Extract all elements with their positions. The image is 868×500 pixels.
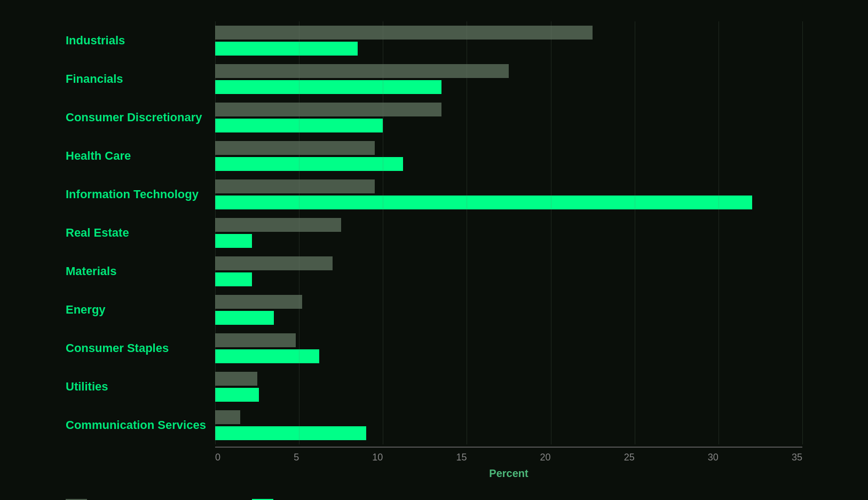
x-tick: 35: [792, 452, 802, 463]
bar-group: [215, 137, 802, 175]
labels-column: IndustrialsFinancialsConsumer Discretion…: [66, 21, 215, 444]
bar-group: [215, 329, 802, 368]
midcap-bar: [215, 372, 257, 386]
bar-group: [215, 406, 802, 444]
sp500-bar: [215, 272, 252, 286]
category-label: Communication Services: [66, 406, 215, 444]
x-tick: 10: [372, 452, 383, 463]
x-axis-label: Percent: [215, 467, 802, 480]
midcap-bar: [215, 256, 333, 270]
category-label: Information Technology: [66, 175, 215, 214]
sp500-bar: [215, 157, 403, 171]
category-label: Materials: [66, 252, 215, 291]
x-tick: 25: [624, 452, 635, 463]
x-tick: 5: [294, 452, 299, 463]
sp500-bar: [215, 42, 358, 56]
midcap-bar: [215, 410, 240, 424]
sp500-bar: [215, 311, 274, 325]
midcap-bar: [215, 141, 375, 155]
bar-group: [215, 98, 802, 137]
x-tick: 0: [215, 452, 220, 463]
category-label: Consumer Staples: [66, 329, 215, 368]
bar-group: [215, 214, 802, 252]
midcap-bar: [215, 26, 593, 40]
category-label: Utilities: [66, 368, 215, 406]
midcap-bar: [215, 64, 509, 78]
category-label: Industrials: [66, 21, 215, 60]
midcap-bar: [215, 295, 302, 309]
chart-area: IndustrialsFinancialsConsumer Discretion…: [66, 21, 802, 444]
bar-group: [215, 252, 802, 291]
category-label: Financials: [66, 60, 215, 98]
sp500-bar: [215, 234, 252, 248]
midcap-bar: [215, 333, 296, 347]
bar-group: [215, 368, 802, 406]
x-axis-ticks: 05101520253035: [215, 448, 802, 463]
category-label: Consumer Discretionary: [66, 98, 215, 137]
x-tick: 20: [540, 452, 551, 463]
sp500-bar: [215, 196, 752, 209]
category-label: Health Care: [66, 137, 215, 175]
midcap-bar: [215, 103, 441, 116]
sp500-bar: [215, 388, 259, 402]
bar-group: [215, 60, 802, 98]
sp500-bar: [215, 349, 319, 363]
x-tick: 30: [708, 452, 719, 463]
sp500-bar: [215, 80, 441, 94]
midcap-bar: [215, 218, 341, 232]
bar-group: [215, 21, 802, 60]
category-label: Energy: [66, 291, 215, 329]
sp500-bar: [215, 426, 366, 440]
x-axis: 05101520253035: [215, 447, 802, 463]
x-tick: 15: [456, 452, 467, 463]
category-label: Real Estate: [66, 214, 215, 252]
midcap-bar: [215, 179, 375, 193]
chart-container: IndustrialsFinancialsConsumer Discretion…: [34, 0, 834, 500]
bar-group: [215, 291, 802, 329]
sp500-bar: [215, 119, 383, 132]
bars-section: [215, 21, 802, 444]
bar-group: [215, 175, 802, 214]
